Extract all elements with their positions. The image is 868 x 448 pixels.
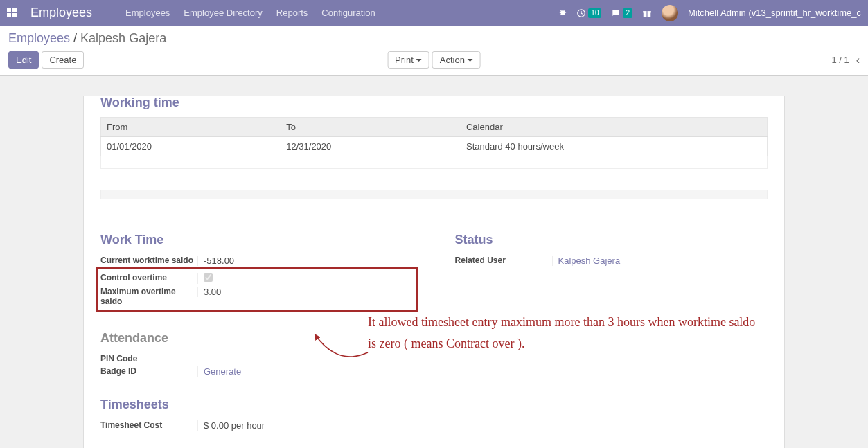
section-timesheets: Timesheets bbox=[100, 397, 414, 412]
messages-badge: 2 bbox=[623, 8, 632, 18]
highlight-box: Control overtime Maximum overtime saldo … bbox=[96, 267, 418, 312]
working-time-table: From To Calendar 01/01/2020 12/31/2020 S… bbox=[100, 117, 768, 156]
checkbox-control-overtime bbox=[204, 273, 213, 282]
label-max-saldo: Maximum overtime saldo bbox=[100, 287, 197, 306]
col-from: From bbox=[101, 118, 281, 137]
control-panel: Employees / Kalpesh Gajera Edit Create P… bbox=[0, 26, 868, 76]
pager-prev-icon[interactable]: ‹ bbox=[856, 54, 860, 66]
section-status: Status bbox=[455, 233, 768, 247]
label-timesheet-cost: Timesheet Cost bbox=[100, 420, 197, 430]
brand[interactable]: Employees bbox=[30, 6, 92, 20]
debug-icon[interactable]: ✸ bbox=[559, 8, 567, 18]
apps-icon[interactable] bbox=[7, 8, 18, 19]
caret-down-icon bbox=[468, 59, 473, 62]
messages-icon[interactable]: 2 bbox=[611, 8, 632, 18]
form-sheet: Working time From To Calendar 01/01/2020… bbox=[83, 96, 785, 448]
activities-icon[interactable]: 10 bbox=[576, 8, 601, 18]
gift-icon[interactable] bbox=[642, 8, 652, 18]
nav-employees[interactable]: Employees bbox=[125, 8, 170, 18]
value-related-user[interactable]: Kalpesh Gajera bbox=[558, 256, 621, 266]
label-current-saldo: Current worktime saldo bbox=[100, 256, 197, 265]
label-related-user: Related User bbox=[455, 256, 552, 265]
nav-menu: Employees Employee Directory Reports Con… bbox=[125, 8, 375, 18]
col-calendar: Calendar bbox=[461, 118, 768, 137]
nav-configuration[interactable]: Configuration bbox=[321, 8, 375, 18]
action-button[interactable]: Action bbox=[432, 51, 481, 69]
breadcrumb: Employees / Kalpesh Gajera bbox=[8, 31, 860, 46]
section-working-time: Working time bbox=[100, 96, 768, 110]
breadcrumb-parent[interactable]: Employees bbox=[8, 31, 70, 45]
caret-down-icon bbox=[416, 59, 422, 62]
nav-reports[interactable]: Reports bbox=[276, 8, 308, 18]
spacer bbox=[100, 190, 768, 199]
pager[interactable]: 1 / 1 bbox=[831, 55, 849, 65]
edit-button[interactable]: Edit bbox=[8, 51, 39, 69]
section-work-time: Work Time bbox=[100, 233, 414, 247]
nav-employee-directory[interactable]: Employee Directory bbox=[184, 8, 262, 18]
annotation-text: It allowed timesheet entry maximum more … bbox=[368, 312, 756, 354]
label-control-overtime: Control overtime bbox=[100, 273, 197, 283]
user-label[interactable]: Mitchell Admin (v13_sprintit_hr_worktime… bbox=[688, 8, 861, 18]
value-timesheet-cost: $ 0.00 per hour bbox=[197, 420, 414, 431]
label-badge: Badge ID bbox=[100, 366, 197, 376]
breadcrumb-current: Kalpesh Gajera bbox=[80, 31, 166, 45]
table-row[interactable]: 01/01/2020 12/31/2020 Standard 40 hours/… bbox=[101, 137, 768, 156]
top-navbar: Employees Employees Employee Directory R… bbox=[0, 0, 868, 26]
section-attendance: Attendance bbox=[100, 331, 414, 346]
label-pin: PIN Code bbox=[100, 354, 197, 364]
svg-rect-3 bbox=[646, 11, 647, 17]
avatar[interactable] bbox=[662, 5, 678, 21]
generate-button[interactable]: Generate bbox=[204, 366, 241, 377]
col-to: To bbox=[281, 118, 461, 137]
value-current-saldo: -518.00 bbox=[197, 256, 414, 266]
print-button[interactable]: Print bbox=[387, 51, 429, 69]
value-max-saldo: 3.00 bbox=[197, 287, 414, 297]
activities-badge: 10 bbox=[588, 8, 601, 18]
create-button[interactable]: Create bbox=[42, 51, 84, 69]
